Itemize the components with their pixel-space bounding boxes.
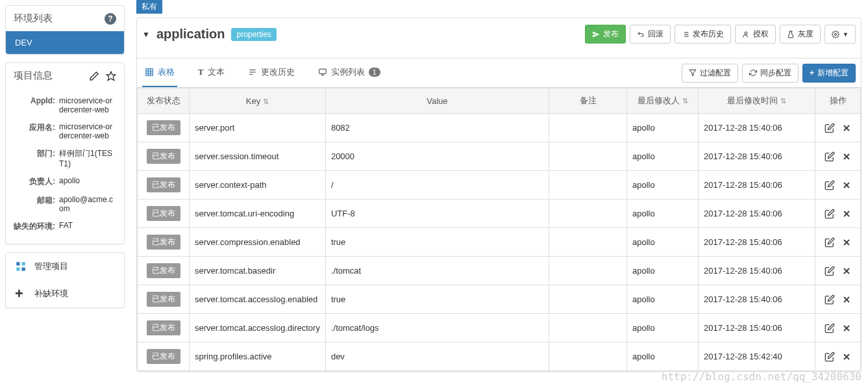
col-header-key[interactable]: Key⇅ (190, 88, 326, 114)
tab-text[interactable]: T 文本 (195, 58, 227, 87)
delete-row-icon[interactable] (841, 352, 852, 362)
settings-button[interactable]: ▼ (825, 25, 856, 44)
gray-button[interactable]: 灰度 (780, 25, 821, 44)
cell-value: ./tomcat/logs (325, 314, 549, 343)
cell-remark (549, 257, 627, 285)
plus-icon: + (810, 68, 814, 77)
edit-row-icon[interactable] (825, 180, 835, 190)
edit-row-icon[interactable] (825, 266, 835, 276)
config-table: 发布状态 Key⇅ Value 备注 最后修改人⇅ 最后修改时间⇅ 操作 已发布… (137, 88, 861, 371)
edit-row-icon[interactable] (825, 123, 835, 133)
filter-icon (689, 69, 697, 77)
cell-modifier: apollo (627, 228, 699, 257)
list-icon (682, 31, 689, 38)
edit-row-icon[interactable] (825, 294, 835, 305)
cell-key: spring.profiles.active (190, 343, 326, 371)
grant-button[interactable]: 授权 (735, 25, 776, 44)
collapse-caret-icon[interactable]: ▼ (142, 30, 150, 39)
cell-remark (549, 314, 627, 343)
edit-row-icon[interactable] (825, 323, 835, 333)
manage-project-link[interactable]: 管理项目 (6, 253, 124, 280)
namespace-title: application (156, 27, 225, 42)
edit-row-icon[interactable] (825, 209, 835, 219)
cell-key: server.tomcat.accesslog.enabled (190, 285, 326, 314)
add-missing-env-label: 补缺环境 (34, 288, 68, 300)
filter-config-button[interactable]: 过滤配置 (682, 64, 738, 83)
svg-marker-0 (106, 71, 115, 80)
cell-modifier: apollo (627, 142, 699, 171)
project-field-label: 邮箱: (14, 195, 59, 213)
cell-key: server.compression.enabled (190, 228, 326, 257)
env-list-title: 环境列表 (14, 12, 53, 25)
rollback-button[interactable]: 回滚 (630, 25, 671, 44)
cell-modifier: apollo (627, 114, 699, 142)
private-tag: 私有 (136, 0, 162, 14)
status-badge: 已发布 (147, 292, 180, 307)
col-header-time[interactable]: 最后修改时间⇅ (699, 88, 815, 114)
undo-icon (637, 31, 645, 38)
delete-row-icon[interactable] (841, 266, 852, 276)
project-info-row: 负责人:apollo (14, 172, 116, 191)
project-info-row: AppId:microservice-ordercenter-web (14, 92, 116, 118)
cell-value: 20000 (325, 142, 549, 171)
cell-remark (549, 200, 627, 228)
add-config-button[interactable]: + 新增配置 (802, 64, 856, 83)
delete-row-icon[interactable] (841, 123, 852, 133)
cell-time: 2017-12-28 15:40:06 (699, 142, 815, 171)
cell-remark (549, 142, 627, 171)
project-info-row: 邮箱:apollo@acme.com (14, 191, 116, 217)
publish-button[interactable]: 发布 (585, 25, 626, 44)
delete-row-icon[interactable] (841, 151, 852, 162)
svg-rect-2 (22, 262, 25, 265)
table-row: 已发布server.context-path/apollo2017-12-28 … (138, 171, 861, 200)
sync-config-button[interactable]: 同步配置 (742, 64, 799, 83)
cell-time: 2017-12-28 15:40:06 (699, 114, 815, 142)
tab-table[interactable]: 表格 (142, 58, 177, 87)
delete-row-icon[interactable] (841, 237, 852, 248)
history-icon (248, 68, 257, 77)
edit-row-icon[interactable] (825, 237, 835, 248)
favorite-icon[interactable] (106, 71, 116, 81)
project-field-value: microservice-ordercenter-web (59, 122, 116, 140)
svg-rect-14 (146, 69, 153, 76)
cell-value: / (325, 171, 549, 200)
cell-value: true (325, 285, 549, 314)
namespace-panel: ▼ application properties 发布 回滚 发 (136, 18, 862, 372)
help-icon[interactable]: ? (105, 13, 116, 25)
delete-row-icon[interactable] (841, 323, 852, 333)
svg-rect-22 (319, 69, 326, 73)
env-item-dev[interactable]: DEV (6, 31, 124, 54)
delete-row-icon[interactable] (841, 209, 852, 219)
status-badge: 已发布 (147, 235, 180, 250)
edit-row-icon[interactable] (825, 151, 835, 162)
gear-icon (832, 31, 839, 38)
status-badge: 已发布 (147, 263, 180, 278)
publish-history-button[interactable]: 发布历史 (675, 25, 731, 44)
cell-time: 2017-12-28 15:40:06 (699, 257, 815, 285)
add-missing-env-link[interactable]: + 补缺环境 (6, 280, 124, 307)
cell-key: server.tomcat.basedir (190, 257, 326, 285)
svg-point-13 (835, 33, 837, 35)
user-icon (742, 31, 750, 38)
delete-row-icon[interactable] (841, 180, 852, 190)
edit-row-icon[interactable] (825, 352, 835, 362)
project-info-title: 项目信息 (14, 70, 53, 82)
tab-change-history[interactable]: 更改历史 (245, 58, 297, 87)
project-field-label: AppId: (14, 96, 59, 114)
edit-project-icon[interactable] (89, 71, 99, 81)
svg-rect-1 (16, 262, 19, 265)
project-info-row: 应用名:microservice-ordercenter-web (14, 118, 116, 144)
table-row: 已发布server.session.timeout20000apollo2017… (138, 142, 861, 171)
cell-key: server.session.timeout (190, 142, 326, 171)
project-field-value: microservice-ordercenter-web (59, 96, 116, 114)
cell-key: server.tomcat.uri-encoding (190, 200, 326, 228)
project-field-value: apollo@acme.com (59, 195, 116, 213)
delete-row-icon[interactable] (841, 294, 852, 305)
table-icon (145, 68, 154, 77)
cell-remark (549, 171, 627, 200)
col-header-modifier[interactable]: 最后修改人⇅ (627, 88, 699, 114)
flask-icon (787, 31, 795, 38)
tab-instances[interactable]: 实例列表 1 (316, 58, 383, 87)
table-row: 已发布server.port8082apollo2017-12-28 15:40… (138, 114, 861, 142)
plus-icon: + (15, 288, 27, 300)
